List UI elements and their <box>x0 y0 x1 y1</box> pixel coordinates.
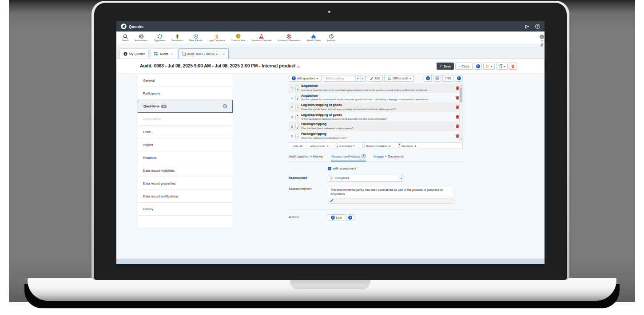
sidebar-item-general[interactable]: General <box>138 74 233 87</box>
status-compliant-icon <box>330 176 333 181</box>
collapse-all-button[interactable]: ▲ <box>424 75 432 82</box>
evaluation-summary-bar: total: 10 without eval.: 0 Compliant: 7 … <box>289 142 463 149</box>
help-side-tab[interactable]: ‹ Help <box>540 35 544 47</box>
scroll-down-icon[interactable]: ▼ <box>460 138 463 140</box>
help-circle-icon[interactable]: ? <box>223 104 227 108</box>
delete-question-icon[interactable] <box>456 105 459 109</box>
scroll-up-icon[interactable]: ▲ <box>460 84 463 87</box>
nav-item-analytics[interactable]: Analytics <box>324 32 338 44</box>
trash-icon <box>511 64 515 68</box>
nav-item-risks-audits[interactable]: Risks & Audits <box>187 32 206 44</box>
pencil-icon[interactable] <box>330 199 334 202</box>
laptop-bezel: Quentic ? Search Administration <box>94 3 567 280</box>
sidebar-item-history[interactable]: History <box>138 203 233 216</box>
nav-item-control-of-work[interactable]: Control of Work <box>228 32 249 44</box>
nav-item-environment[interactable]: Environment <box>169 32 187 44</box>
apply-catalog-icon[interactable]: ▸ <box>360 75 365 81</box>
question-row-2[interactable]: 2 AcquisitionDo the criteria for investm… <box>289 93 463 103</box>
sidebar-item-data-record-properties[interactable]: Data record properties <box>138 177 233 190</box>
tab-audit-question-answer[interactable]: Audit question + Answer <box>289 153 324 161</box>
nav-item-health-safety[interactable]: Health & Safety <box>304 32 324 44</box>
delete-question-icon[interactable] <box>456 134 459 138</box>
webcam-icon <box>328 11 330 13</box>
tab-audits[interactable]: Audits × <box>150 48 177 59</box>
tab-assessment-actions[interactable]: Assessment/Actions? <box>331 153 366 161</box>
chevron-down-icon: ▾ <box>409 77 411 80</box>
assessment-text-value[interactable]: The environmental policy has been consid… <box>328 186 454 198</box>
sidebar-item-data-record-visibilities[interactable]: Data record visibilities <box>138 164 233 177</box>
info-button[interactable]: i <box>474 63 482 70</box>
assessment-label: Assessment <box>289 175 328 181</box>
help-icon[interactable]: ? <box>535 24 540 29</box>
offline-audit-button[interactable]: Offline audit▾ <box>384 75 414 82</box>
nav-item-organization[interactable]: Organization <box>151 32 169 44</box>
link-action-button[interactable]: +Link <box>328 214 345 221</box>
sidebar-item-links[interactable]: Links <box>138 126 233 138</box>
search-icon <box>123 34 128 39</box>
sidebar-item-questions[interactable]: Questions 10 ? <box>138 100 233 113</box>
select-catalog-dropdown[interactable]: Select catalog ▾ ▸ <box>323 75 366 82</box>
delete-question-icon[interactable] <box>456 115 459 119</box>
add-action-button[interactable]: + <box>346 214 354 221</box>
arrow-down-circle-icon: ▼ <box>435 76 439 80</box>
nav-item-incidents-observations[interactable]: Incidents & Observations <box>274 32 303 44</box>
circled-zero-icon <box>286 34 292 39</box>
question-row-4[interactable]: 4 Logistics/shipping of goodsIs the pack… <box>289 112 463 122</box>
app-screen: Quentic ? Search Administration <box>116 21 545 264</box>
status-recommendation-icon <box>295 133 298 139</box>
chevron-down-icon[interactable]: ▾ <box>398 175 404 181</box>
expand-all-button[interactable]: ▼ <box>433 75 441 82</box>
question-row-1[interactable]: 1 AcquisitionAre there special criteria … <box>289 83 463 93</box>
sidebar-item-report[interactable]: Report <box>138 138 233 151</box>
views-dropdown-button[interactable]: ▾ <box>483 63 495 70</box>
help-circle-icon[interactable]: ? <box>362 154 366 158</box>
sidebar-item-participants[interactable]: Participants <box>138 87 233 100</box>
chevron-down-icon[interactable]: ▾ <box>355 75 360 81</box>
list-info-button[interactable]: i <box>455 75 463 82</box>
check-icon: ✓ <box>440 64 442 68</box>
question-row-6[interactable]: 6 Packing/shippingWere the packing speci… <box>289 131 463 141</box>
main-content: General Participants Questions 10 ? Canc… <box>116 74 545 257</box>
tab-my-quentic[interactable]: My Quentic <box>119 48 149 59</box>
question-row-3[interactable]: 3 Logistics/shipping of goodsHave the go… <box>289 102 463 112</box>
close-tab-icon[interactable]: × <box>171 52 173 56</box>
nav-item-legal-compliance[interactable]: § Legal Compliance <box>206 32 228 44</box>
with-assessment-checkbox[interactable]: ✓ with assessment <box>328 167 356 170</box>
summary-deviance: Deviance: 1 <box>394 143 420 149</box>
brand-name: Quentic <box>129 24 143 29</box>
logout-icon[interactable] <box>525 24 530 29</box>
module-navbar: Search Administration Organization Envir… <box>116 32 545 44</box>
info-icon: i <box>457 76 461 80</box>
nav-item-search[interactable]: Search <box>119 32 132 44</box>
nav-item-hazardous-chemicals[interactable]: Hazardous Chemicals <box>248 32 274 44</box>
questions-count-badge: 10 <box>161 105 167 108</box>
delete-button[interactable] <box>509 63 517 70</box>
delete-question-icon[interactable] <box>456 124 459 128</box>
question-row-5[interactable]: 5 Packing/shippingHas the item been rele… <box>289 122 463 131</box>
assessment-select[interactable]: Compliant ▾ <box>328 175 404 181</box>
delete-question-icon[interactable] <box>456 86 459 90</box>
summary-total: total: 10 <box>289 143 306 149</box>
status-deviance-icon <box>295 114 298 120</box>
laptop-mockup: Quentic ? Search Administration <box>0 0 644 315</box>
sync-icon <box>387 76 391 80</box>
copy-dropdown-button[interactable]: ▾ <box>496 63 508 70</box>
tab-audit-0063[interactable]: Audit: 0063 - Jul 08, 2... × <box>179 48 229 59</box>
close-button[interactable]: ×Close <box>455 63 473 70</box>
save-button[interactable]: ✓Save <box>437 63 454 70</box>
status-recommendation-icon <box>295 104 298 110</box>
close-tab-icon[interactable]: × <box>223 52 225 56</box>
sidebar-item-data-record-notifications[interactable]: Data record notifications <box>138 190 233 203</box>
scroll-thumb[interactable] <box>460 87 462 102</box>
assessment-text-area[interactable]: The environmental policy has been consid… <box>328 186 454 204</box>
tab-images-documents[interactable]: Images + Documents <box>373 153 404 161</box>
delete-question-icon[interactable] <box>456 96 459 100</box>
nav-item-administration[interactable]: Administration <box>132 32 151 44</box>
edit-button[interactable]: Edit <box>367 75 383 82</box>
list-scrollbar[interactable]: ▲ ▼ <box>459 83 463 141</box>
palette-grid-icon <box>486 65 489 68</box>
sidebar-item-relations[interactable]: Relations <box>138 151 233 164</box>
detail-tabs: Audit question + Answer Assessment/Actio… <box>289 153 463 161</box>
add-questions-button[interactable]: +Add questions▾ <box>289 75 322 82</box>
shield-icon <box>236 34 241 39</box>
